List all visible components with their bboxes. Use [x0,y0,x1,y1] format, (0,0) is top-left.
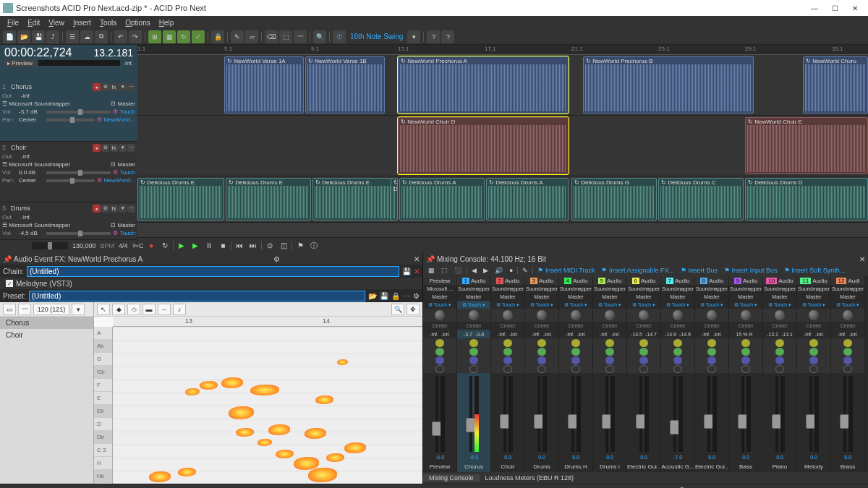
strip-io-icon[interactable] [809,356,818,364]
strip-master[interactable]: Master [797,293,830,301]
strip-header[interactable]: 8Audio [695,276,728,285]
new-icon[interactable]: 📄 [3,30,16,43]
melodyne-note-blob[interactable] [229,406,254,419]
strip-fader[interactable] [435,376,438,452]
help-icon[interactable]: ? [427,30,440,43]
properties-icon[interactable]: ☰ [66,30,79,43]
insert-assignable-fx[interactable]: ⚑ Insert Assignable FX... [599,267,676,274]
fx-pin-icon[interactable]: 📌 [3,255,12,263]
chain-select[interactable]: (Untitled) [27,266,399,277]
clip-label[interactable]: NewWorld... [104,177,135,184]
go-to-end-button[interactable]: ⏭ [247,240,259,252]
fx-button[interactable]: ▾ [119,144,127,152]
more-icon[interactable]: ⋯ [127,144,135,152]
mixer-strip[interactable]: 5Audio Soundmapper Master ⚙ Touch ▾ Cent… [593,276,627,472]
strip-pan[interactable] [797,309,830,322]
strip-send-icon[interactable] [741,348,750,356]
track-lane-drums[interactable]: ↻ Delicious Drums E ↻ Delicious Drums E … [137,176,868,223]
strip-io-icon[interactable] [537,356,546,364]
undo-icon[interactable]: ↶ [114,30,127,43]
strip-soundmapper[interactable]: Microsoft ... [423,285,456,293]
fx-button[interactable]: ▾ [119,83,127,91]
audio-clip[interactable]: ↻ Delicious Drums E [226,178,311,221]
strip-touch[interactable]: ⚙ Touch ▾ [491,301,524,309]
strip-fx-icon[interactable] [571,339,580,347]
preset-settings-icon[interactable]: ⚙ [413,292,420,300]
arm-record-icon[interactable]: ● [93,144,101,152]
touch-mode[interactable]: Touch [120,230,135,236]
stop-button[interactable]: ■ [217,240,229,252]
strip-header[interactable]: 6Audio [627,276,660,285]
menu-file[interactable]: File [3,19,23,27]
piano-key[interactable]: Ab [94,340,112,353]
marker-button[interactable]: ⚑ [294,240,306,252]
strip-fx-icon[interactable] [537,339,546,347]
device-label[interactable]: ☰ Microsoft Soundmapper [2,222,70,228]
strip-name[interactable]: Choir [491,462,524,472]
strip-pan[interactable] [627,309,660,322]
rec-mode-button[interactable]: ⊙ [264,240,276,252]
fx-panel-close[interactable]: ✕ [414,255,420,263]
audio-clip[interactable]: ↻ NewWorld Verse 1B [305,56,385,114]
mix-panel-close[interactable]: ✕ [859,255,865,263]
melodyne-note-blob[interactable] [200,381,218,390]
melodyne-editor[interactable]: ▭ 〰 120 (121) ▾ ChorusChoir ↖ ◆ ◇ ▬ ↔ ♪ … [0,302,422,484]
mel-scroll-icon[interactable]: ✥ [407,304,420,315]
strip-name[interactable]: Drums [525,462,558,472]
strip-io-icon[interactable] [639,356,648,364]
solo-button[interactable]: fx [110,205,118,213]
strip-master[interactable]: Master [627,293,660,301]
melodyne-note-blob[interactable] [337,359,348,365]
strip-touch[interactable]: ⚙ Touch ▾ [593,301,626,309]
strip-auto-icon[interactable] [707,365,716,373]
strip-fader[interactable] [707,376,710,452]
strip-fader[interactable] [571,376,574,452]
play-button[interactable]: ▶ [190,240,201,252]
pan-slider[interactable] [46,119,95,121]
strip-master[interactable]: Master [491,293,524,301]
metronome-icon[interactable]: ⏱ [333,30,346,43]
strip-pan[interactable] [593,309,626,322]
melodyne-note-blob[interactable] [221,377,243,388]
record-button[interactable]: ● [145,240,157,252]
strip-soundmapper[interactable]: Soundmapper [457,285,490,293]
audio-clip[interactable]: ↻ Delicious Drums G [571,178,657,221]
strip-touch[interactable]: ⚙ Touch ▾ [457,301,490,309]
preset-lock-icon[interactable]: 🔒 [391,292,400,300]
piano-key[interactable]: Gb [94,366,112,379]
strip-name[interactable]: Preview [423,462,456,472]
fx-panel-menu[interactable]: ⚙ [273,255,280,263]
solo-button[interactable]: fx [110,144,118,152]
strip-header[interactable]: 4Audio [559,276,592,285]
strip-pan[interactable] [525,309,558,322]
preview-button[interactable]: ▸ Preview [4,60,35,67]
strip-header[interactable]: Preview [423,276,456,285]
strip-master[interactable]: Master [695,293,728,301]
automation-write-icon[interactable]: ⚙ [113,108,118,115]
paint-tool-icon[interactable]: ✎ [231,30,244,43]
loop-icon[interactable]: ↻ [177,30,190,43]
publish-icon[interactable]: ☁ [80,30,93,43]
strip-name[interactable]: Piano [763,462,796,472]
strip-name[interactable]: Electric Gui... [695,462,728,472]
audio-clip[interactable]: ↻ Delicious Drums E [137,178,224,221]
strip-auto-icon[interactable] [809,365,818,373]
strip-fx-icon[interactable] [741,339,750,347]
strip-send-icon[interactable] [673,348,682,356]
strip-master[interactable]: Master [593,293,626,301]
menu-view[interactable]: View [44,19,69,27]
strip-fader[interactable] [503,376,506,452]
menu-options[interactable]: Options [121,19,154,27]
zoom-tool-icon[interactable]: 🔍 [313,30,326,43]
audio-clip[interactable]: ↻ NewWorld Choir E [745,117,868,174]
piano-key[interactable]: Db [94,431,112,444]
timeline-ruler[interactable]: 1.15.19.113.117.121.125.129.133.1 [137,45,868,55]
strip-name[interactable]: Acoustic G... [661,462,694,472]
strip-auto-icon[interactable] [673,365,682,373]
plugin-name[interactable]: Melodyne (VST3) [16,280,72,288]
automation-write-icon[interactable]: ⚙ [113,230,118,236]
strip-touch[interactable]: ⚙ Touch ▾ [661,301,694,309]
strip-auto-icon[interactable] [503,365,512,373]
strip-pan[interactable] [491,309,524,322]
strip-fx-icon[interactable] [605,339,614,347]
